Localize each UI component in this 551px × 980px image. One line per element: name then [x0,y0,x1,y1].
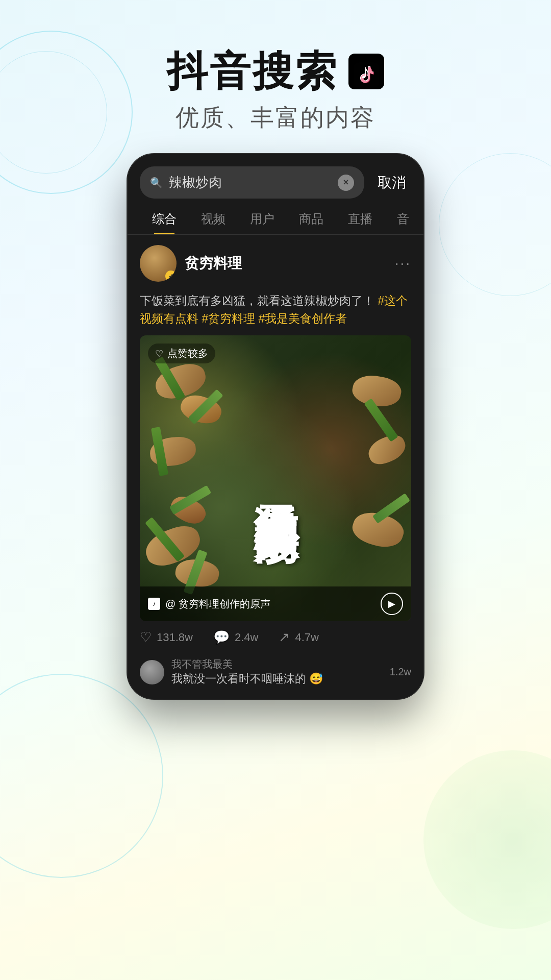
comment-username: 我不管我最美 [171,657,383,671]
search-icon: 🔍 [150,177,163,189]
share-icon: ↗ [279,629,290,645]
comment-text-wrap: 我不管我最美 我就没一次看时不咽唾沫的 😅 [171,657,383,687]
tiktok-logo-icon [348,54,384,89]
phone-mockup: 🔍 辣椒炒肉 × 取消 综合 视频 用户 商品 直播 音 [128,154,423,699]
desc-main: 下饭菜到底有多凶猛，就看这道辣椒炒肉了！ [140,294,374,307]
play-button[interactable]: ▶ [381,593,403,615]
app-title-text: 抖音搜索 [167,51,338,92]
tab-视频[interactable]: 视频 [189,207,238,234]
engagement-bar: ♡ 131.8w 💬 2.4w ↗ 4.7w [128,621,423,653]
avatar: ✓ [140,245,177,282]
video-thumbnail: 勇猛的辣椒炒肉 ♡ 点赞较多 ♪ @ 贫穷料理创作的原声 ▶ [140,335,411,621]
search-area: 🔍 辣椒炒肉 × 取消 [128,154,423,199]
comments-count: 2.4w [235,631,258,644]
more-options-button[interactable]: ··· [395,255,411,272]
likes-badge: ♡ 点赞较多 [148,344,215,363]
app-title: 抖音搜索 [0,51,551,92]
tab-直播[interactable]: 直播 [336,207,385,234]
username[interactable]: 贫穷料理 [185,254,242,273]
desc-text: 下饭菜到底有多凶猛，就看这道辣椒炒肉了！ #这个视频有点料 #贫穷料理 #我是美… [140,292,411,327]
header-section: 抖音搜索 优质、丰富的内容 [0,0,551,154]
comments-count-item: 💬 2.4w [213,629,258,645]
heart-icon-small: ♡ [155,348,163,359]
search-query-text: 辣椒炒肉 [169,174,332,191]
shares-count: 4.7w [295,631,318,644]
comments-preview: 我不管我最美 我就没一次看时不咽唾沫的 😅 1.2w [128,653,423,699]
comment-icon: 💬 [213,629,230,645]
verified-badge: ✓ [165,271,177,282]
deco-circle-bottomright [423,750,551,929]
tiktok-mini-icon: ♪ [148,598,160,610]
post-description: 下饭菜到底有多凶猛，就看这道辣椒炒肉了！ #这个视频有点料 #贫穷料理 #我是美… [128,292,423,335]
likes-badge-text: 点赞较多 [167,347,208,360]
search-clear-button[interactable]: × [338,175,354,191]
audio-label-text: @ 贫穷料理创作的原声 [165,597,270,611]
audio-bar: ♪ @ 贫穷料理创作的原声 ▶ [140,586,411,621]
shares-count-item: ↗ 4.7w [279,629,318,645]
tab-商品[interactable]: 商品 [287,207,336,234]
user-card: ✓ 贫穷料理 ··· [128,235,423,292]
search-bar[interactable]: 🔍 辣椒炒肉 × [140,166,364,199]
search-cancel-button[interactable]: 取消 [372,173,411,192]
phone-screen: 🔍 辣椒炒肉 × 取消 综合 视频 用户 商品 直播 音 [128,154,423,699]
likes-count-item: ♡ 131.8w [140,629,193,645]
audio-info: ♪ @ 贫穷料理创作的原声 [148,597,270,611]
heart-icon: ♡ [140,629,152,645]
phone-shell: 🔍 辣椒炒肉 × 取消 综合 视频 用户 商品 直播 音 [128,154,423,699]
tab-bar: 综合 视频 用户 商品 直播 音 [128,199,423,235]
likes-count: 131.8w [157,631,193,644]
user-info: ✓ 贫穷料理 [140,245,242,282]
app-subtitle: 优质、丰富的内容 [0,102,551,134]
tab-综合[interactable]: 综合 [140,207,189,234]
comment-avatar [140,660,164,684]
deco-circle-bottomleft [0,674,163,878]
tab-音[interactable]: 音 [385,207,421,234]
comment-body: 我就没一次看时不咽唾沫的 😅 [171,671,383,687]
tab-用户[interactable]: 用户 [238,207,287,234]
video-container[interactable]: 勇猛的辣椒炒肉 ♡ 点赞较多 ♪ @ 贫穷料理创作的原声 ▶ [140,335,411,621]
video-calligraphy-text: 勇猛的辣椒炒肉 [252,470,299,487]
svg-rect-0 [354,62,379,88]
deco-circle-topright [439,153,551,296]
comment-likes: 1.2w [390,666,411,678]
video-text-overlay: 勇猛的辣椒炒肉 [140,335,411,621]
comment-item: 我不管我最美 我就没一次看时不咽唾沫的 😅 1.2w [140,657,411,687]
